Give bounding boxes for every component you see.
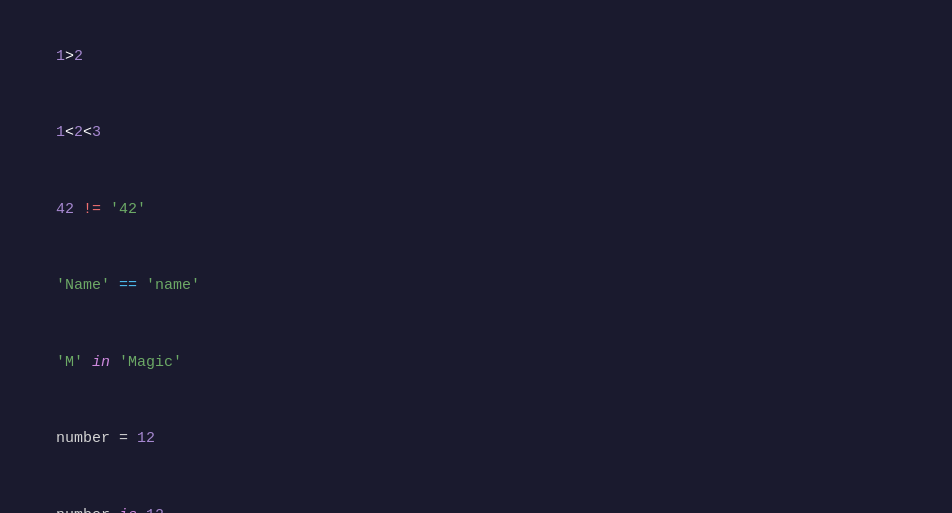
code-line-2: 1<2<3 [20,95,932,172]
code-section: 1>2 1<2<3 42 != '42' 'Name' == 'name' 'M… [0,0,952,513]
code-line-6: number = 12 [20,401,932,478]
code-token: 12 [137,430,155,447]
code-token [101,201,110,218]
code-line-4: 'Name' == 'name' [20,248,932,325]
code-token [83,354,92,371]
code-token [110,277,119,294]
code-token: > [65,48,74,65]
code-line-1: 1>2 [20,18,932,95]
code-token: 'Magic' [119,354,182,371]
code-token: 1 [56,124,65,141]
code-line-3: 42 != '42' [20,171,932,248]
code-token: 'name' [146,277,200,294]
code-token: 3 [92,124,101,141]
code-token: = [110,430,137,447]
code-token: number [56,430,110,447]
code-token: '42' [110,201,146,218]
code-token: < [83,124,92,141]
code-line-5: 'M' in 'Magic' [20,324,932,401]
code-token: != [83,201,101,218]
code-token: == [119,277,137,294]
code-token: 'Name' [56,277,110,294]
code-token: 2 [74,48,83,65]
code-token: 2 [74,124,83,141]
code-token: is [119,507,137,514]
code-token [110,507,119,514]
code-token: 12 [146,507,164,514]
code-token: 'M' [56,354,83,371]
code-token: number [56,507,110,514]
code-token [110,354,119,371]
code-token [137,507,146,514]
code-line-7: number is 12 [20,477,932,513]
code-token: in [92,354,110,371]
code-token [137,277,146,294]
code-token: 1 [56,48,65,65]
code-token: 42 [56,201,83,218]
code-token: < [65,124,74,141]
